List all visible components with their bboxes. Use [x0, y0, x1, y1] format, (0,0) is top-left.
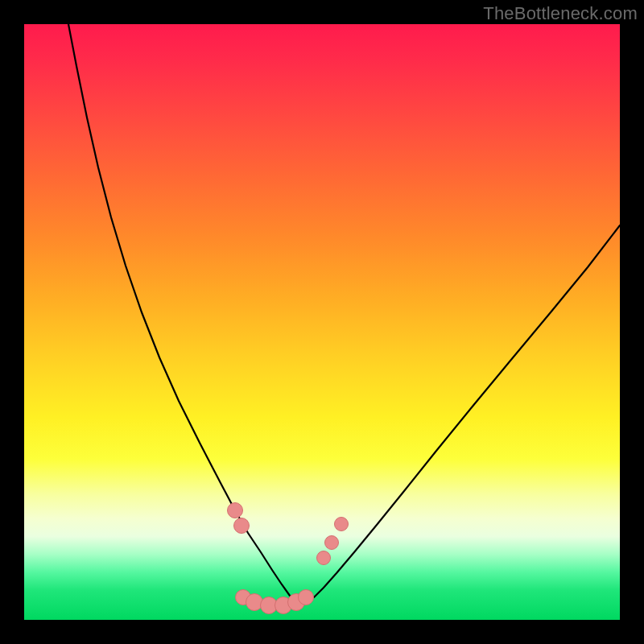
data-marker [227, 502, 243, 518]
marker-layer [24, 24, 620, 620]
plot-area [24, 24, 620, 620]
data-marker [334, 517, 349, 531]
data-marker [298, 589, 314, 605]
data-marker [233, 518, 250, 534]
data-marker [324, 535, 339, 550]
chart-frame: TheBottleneck.com [0, 0, 644, 644]
data-marker [316, 551, 331, 565]
watermark-text: TheBottleneck.com [483, 3, 638, 24]
